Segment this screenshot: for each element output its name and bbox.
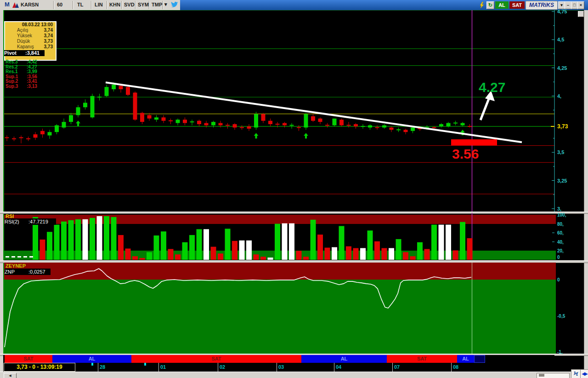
- level-row-sup2: Sup.2:3,41: [6, 79, 56, 84]
- candle-body: [318, 119, 322, 122]
- rsi-bar: [118, 235, 124, 260]
- rsi-bar: [225, 229, 231, 260]
- price-axis-label: 4,5: [557, 37, 564, 42]
- rsi-axis-label: 40,: [557, 240, 564, 245]
- rsi-bar: [260, 257, 266, 260]
- candle-body: [197, 121, 201, 124]
- rsi-bar: [218, 253, 223, 260]
- candle-body: [112, 85, 116, 89]
- pivot-tag: Pivot :3,841: [4, 50, 45, 56]
- up-arrow-icon: [304, 133, 308, 138]
- level-label: Sup.2: [6, 79, 18, 84]
- rsi-bar: [439, 225, 444, 260]
- rsi-bar: [232, 241, 237, 260]
- candle-body: [133, 92, 137, 120]
- rsi-bar: [410, 256, 416, 260]
- candle-dash: [190, 121, 194, 122]
- high-value: 3,74: [44, 33, 53, 39]
- rsi-bar: [325, 248, 330, 260]
- candle-body: [126, 87, 130, 95]
- candle-body: [154, 117, 158, 120]
- target-down-label: 3.56: [452, 146, 479, 161]
- candle-dash: [290, 125, 294, 126]
- candle-dash: [468, 126, 472, 127]
- rsi-bar: [417, 242, 423, 260]
- rsi-bar: [424, 249, 430, 260]
- candle-body: [83, 103, 87, 107]
- level-label: Sup.3: [6, 84, 18, 89]
- date-tick: [158, 363, 159, 372]
- rsi-bar: [353, 248, 359, 260]
- candle-body: [354, 124, 358, 126]
- candle-dash: [226, 125, 230, 126]
- rsi-bar: [268, 258, 273, 260]
- candle-body: [404, 130, 408, 132]
- rsi-axis-label: 0: [557, 255, 560, 260]
- rsi-bar: [140, 258, 145, 260]
- rsi-bar: [239, 241, 245, 260]
- date-axis: 28010203040708: [3, 363, 554, 372]
- level-value: :3,41: [27, 79, 37, 84]
- date-tick: [392, 363, 393, 372]
- date-label: 01: [160, 364, 166, 370]
- date-label: 28: [100, 364, 105, 370]
- rsi-bar: [254, 254, 259, 260]
- scroll-left-button[interactable]: ◀: [4, 373, 17, 378]
- rsi-nodata-dash: [11, 256, 15, 258]
- rsi-bar: [332, 247, 337, 260]
- low-label: Düşük: [17, 39, 30, 44]
- rsi-bar: [54, 225, 60, 260]
- zeynep-axis-label: -0,5: [557, 314, 565, 319]
- candle-dash: [276, 124, 280, 125]
- scrollbar-thumb[interactable]: [539, 374, 544, 377]
- rsi-nodata-dash: [17, 256, 21, 258]
- candle-body: [176, 120, 180, 123]
- level-row-sup1: Sup.1:3,56: [6, 74, 56, 79]
- signal-strip: SATALSATALSATAL: [3, 355, 554, 363]
- rsi-bar: [83, 219, 88, 260]
- level-row-sup3: Sup.3:3,13: [6, 84, 56, 89]
- date-tick: [218, 363, 218, 372]
- date-cyan-mark: [144, 363, 146, 366]
- level-label: Res.3: [6, 59, 18, 64]
- support-highlight-bar: [451, 139, 497, 145]
- rsi-formula: RSI(2): [5, 219, 19, 224]
- rsi-axis-label: 100,: [557, 212, 566, 218]
- date-tick: [98, 363, 98, 372]
- status-box: 3,73 - 0 - 13:09:19: [4, 363, 75, 372]
- rsi-bar: [189, 235, 195, 260]
- candle-body: [48, 132, 52, 135]
- candle-body: [233, 124, 237, 127]
- level-row-res1: Res.1:3,99: [6, 69, 56, 74]
- price-axis-label: 3,5: [557, 149, 564, 155]
- rsi-bar: [311, 220, 316, 260]
- level-value: :3,99: [27, 69, 37, 74]
- open-value: 3,74: [44, 28, 53, 33]
- signal-segment-al: AL: [52, 355, 131, 363]
- candle-dash: [26, 138, 30, 139]
- rsi-bar: [61, 222, 67, 260]
- rsi-bar: [368, 230, 373, 260]
- prev-next-arrows-icon[interactable]: ◀▶: [580, 369, 588, 378]
- horizontal-scrollbar[interactable]: [537, 373, 570, 378]
- candle-body: [390, 127, 394, 130]
- candle-body: [76, 107, 80, 115]
- rsi-bar: [282, 223, 288, 260]
- rsi-bar: [296, 251, 302, 260]
- candle-body: [204, 123, 209, 126]
- rsi-bar: [204, 229, 209, 260]
- candle-body: [147, 115, 152, 118]
- rsi-bar: [403, 252, 408, 260]
- rsi-bar: [182, 242, 188, 260]
- high-label: Yüksek: [17, 33, 32, 39]
- rsi-bar: [382, 248, 387, 260]
- candle-dash: [240, 127, 244, 128]
- rsi-bar: [132, 256, 138, 260]
- pivot-value: :3,841: [25, 50, 40, 56]
- signal-segment-sat: SAT: [131, 355, 301, 363]
- candle-body: [447, 123, 451, 126]
- matriks-swirl-icon[interactable]: Ϟ: [571, 369, 581, 378]
- rsi-bar: [90, 218, 95, 260]
- candle-dash: [5, 137, 9, 138]
- rsi-bar: [168, 249, 174, 260]
